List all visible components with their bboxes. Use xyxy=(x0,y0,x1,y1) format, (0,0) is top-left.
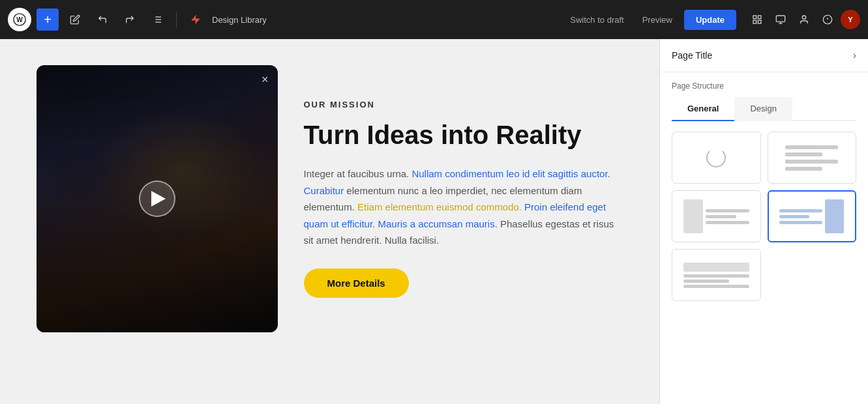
layout-main2 xyxy=(779,199,822,233)
page-section: × OUR MISSION Turn Ideas into Reality In… xyxy=(37,52,623,345)
layout-sidebar-content xyxy=(683,197,749,236)
layout-sidebar xyxy=(683,199,703,233)
more-details-button[interactable]: More Details xyxy=(304,268,409,298)
toolbar: W + Design Library Switch to draft Previ… xyxy=(0,0,868,39)
add-block-button[interactable]: + xyxy=(37,8,59,31)
svg-rect-8 xyxy=(753,16,756,19)
right-panel: Page Title › Page Structure General Desi… xyxy=(659,39,868,404)
layout-line xyxy=(785,145,838,149)
layout-line xyxy=(683,280,730,283)
body-text: Integer at faucibus urna. Nullam condime… xyxy=(304,166,623,249)
canvas-inner: × OUR MISSION Turn Ideas into Reality In… xyxy=(0,39,659,404)
tab-design[interactable]: Design xyxy=(734,97,792,121)
mission-label: OUR MISSION xyxy=(304,100,623,109)
editor-canvas[interactable]: × OUR MISSION Turn Ideas into Reality In… xyxy=(0,39,659,404)
layout-bottom-lines xyxy=(683,274,749,288)
layout-full xyxy=(683,263,749,288)
toolbar-separator xyxy=(176,12,177,27)
design-library-label[interactable]: Design Library xyxy=(212,15,267,25)
strikingly-icon[interactable] xyxy=(185,8,207,31)
preview-button[interactable]: Preview xyxy=(636,11,679,29)
layout-line xyxy=(785,167,822,171)
yoast-seo-button[interactable]: Y xyxy=(841,10,860,29)
layout-main xyxy=(706,199,749,233)
layout-line xyxy=(683,285,749,288)
tab-general[interactable]: General xyxy=(672,97,734,121)
page-structure-label: Page Structure xyxy=(660,72,868,91)
undo-button[interactable] xyxy=(91,8,113,31)
wp-logo-icon[interactable]: W xyxy=(8,8,31,31)
page-title-label: Page Title xyxy=(672,50,712,61)
layout-option-3[interactable] xyxy=(672,190,761,242)
layout-line xyxy=(779,209,822,212)
tabs-row: General Design xyxy=(672,97,856,121)
layout-line xyxy=(779,215,809,218)
layout-line xyxy=(683,274,749,278)
play-button[interactable] xyxy=(139,180,175,217)
layout-option-4[interactable] xyxy=(768,190,857,242)
layout-line xyxy=(785,152,822,156)
user-avatar-button[interactable] xyxy=(794,9,815,30)
list-view-button[interactable] xyxy=(146,8,168,31)
panel-chevron-icon[interactable]: › xyxy=(853,50,856,61)
video-thumbnail[interactable]: × xyxy=(37,65,278,332)
tools-button[interactable] xyxy=(817,9,838,30)
switch-to-draft-button[interactable]: Switch to draft xyxy=(563,11,630,29)
svg-rect-11 xyxy=(753,20,756,23)
spinner-icon xyxy=(706,148,726,167)
update-button[interactable]: Update xyxy=(684,10,736,30)
layout-sidebar2 xyxy=(825,199,845,233)
view-options-button[interactable] xyxy=(747,9,768,30)
svg-rect-10 xyxy=(758,20,761,23)
layout-option-2[interactable] xyxy=(768,132,857,184)
content-text-area: OUR MISSION Turn Ideas into Reality Inte… xyxy=(304,100,623,298)
panel-header: Page Title › xyxy=(660,39,868,72)
svg-rect-12 xyxy=(776,16,785,22)
svg-text:W: W xyxy=(16,16,23,23)
svg-point-15 xyxy=(802,16,805,19)
layout-options-grid xyxy=(660,121,868,311)
edit-tool-button[interactable] xyxy=(64,8,86,31)
close-icon[interactable]: × xyxy=(262,73,269,87)
heading: Turn Ideas into Reality xyxy=(304,120,623,150)
layout-top-bar xyxy=(683,263,749,272)
layout-option-5[interactable] xyxy=(672,249,761,301)
layout-line xyxy=(706,215,736,218)
layout-content-sidebar xyxy=(779,197,844,236)
layout-line xyxy=(706,209,749,212)
redo-button[interactable] xyxy=(119,8,141,31)
layout-line xyxy=(706,221,749,224)
layout-option-1[interactable] xyxy=(672,132,761,184)
svg-rect-9 xyxy=(758,16,761,19)
toolbar-right-icons: Y xyxy=(747,9,860,30)
play-triangle-icon xyxy=(151,191,166,207)
layout-lines xyxy=(785,145,838,171)
layout-line xyxy=(779,221,822,224)
main-area: × OUR MISSION Turn Ideas into Reality In… xyxy=(0,39,868,404)
block-editor-button[interactable] xyxy=(770,9,791,30)
layout-line xyxy=(785,160,838,164)
